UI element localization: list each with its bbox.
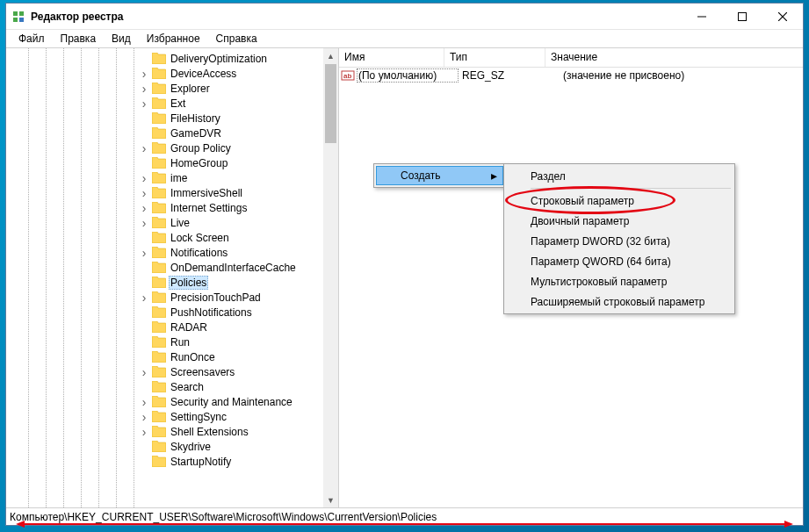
chevron-right-icon[interactable]: › <box>138 97 150 110</box>
tree-node-label: ime <box>169 172 189 184</box>
menu-help[interactable]: Справка <box>209 31 264 47</box>
chevron-right-icon[interactable]: › <box>138 202 150 214</box>
scroll-down-icon[interactable]: ▼ <box>323 492 338 507</box>
chevron-right-icon[interactable]: › <box>138 247 150 259</box>
submenu-item-dword[interactable]: Параметр DWORD (32 бита) <box>506 231 733 251</box>
context-item-create[interactable]: Создать ▸ <box>376 166 503 185</box>
tree-node[interactable]: ›SettingSync <box>6 409 323 424</box>
folder-icon <box>152 381 166 392</box>
maximize-button[interactable] <box>722 4 762 29</box>
chevron-right-icon[interactable]: › <box>138 187 150 199</box>
tree-node[interactable]: StartupNotify <box>6 454 323 469</box>
tree-node-label: Security and Maintenance <box>169 396 294 408</box>
chevron-right-icon[interactable]: › <box>138 426 150 438</box>
value-type: REG_SZ <box>459 69 560 82</box>
folder-icon <box>152 411 166 422</box>
chevron-right-icon[interactable]: › <box>138 83 150 95</box>
tree-node[interactable]: ›Internet Settings <box>6 200 323 215</box>
folder-icon <box>152 247 166 258</box>
close-button[interactable] <box>762 4 803 29</box>
tree-node-label: Group Policy <box>169 142 233 155</box>
chevron-right-icon[interactable]: › <box>138 396 150 408</box>
tree-node[interactable]: ›Security and Maintenance <box>6 394 323 409</box>
chevron-right-icon[interactable]: › <box>138 142 150 155</box>
tree-node-label: StartupNotify <box>169 456 233 468</box>
tree-node[interactable]: Lock Screen <box>6 230 323 245</box>
tree-node-label: Policies <box>169 276 208 290</box>
submenu-item-qword[interactable]: Параметр QWORD (64 бита) <box>506 251 733 271</box>
tree-node-label: PrecisionTouchPad <box>169 291 263 304</box>
submenu-item-binary[interactable]: Двоичный параметр <box>506 211 733 231</box>
submenu-item-expandstring[interactable]: Расширяемый строковый параметр <box>506 291 733 312</box>
tree-node[interactable]: Policies <box>6 275 323 290</box>
tree-node[interactable]: ›Shell Extensions <box>6 424 323 439</box>
values-header: Имя Тип Значение <box>339 48 803 68</box>
tree-node[interactable]: ›ImmersiveShell <box>6 185 323 200</box>
chevron-right-icon[interactable]: › <box>138 291 150 304</box>
tree-nodes: DeliveryOptimization›DeviceAccess›Explor… <box>6 51 323 469</box>
chevron-right-icon[interactable]: › <box>138 411 150 423</box>
tree-node-label: Screensavers <box>169 366 236 378</box>
expander-empty <box>138 262 150 274</box>
menu-view[interactable]: Вид <box>105 31 138 47</box>
value-row[interactable]: ab (По умолчанию) REG_SZ (значение не пр… <box>339 68 803 83</box>
tree-node-label: RunOnce <box>169 351 217 363</box>
tree-node[interactable]: OnDemandInterfaceCache <box>6 260 323 275</box>
expander-empty <box>138 112 150 125</box>
statusbar: Компьютер\HKEY_CURRENT_USER\Software\Mic… <box>6 507 803 525</box>
col-type-header[interactable]: Тип <box>444 48 545 67</box>
folder-icon <box>152 396 166 407</box>
tree-node[interactable]: FileHistory <box>6 111 323 126</box>
scroll-up-icon[interactable]: ▲ <box>323 48 338 63</box>
folder-icon <box>152 351 166 363</box>
submenu-item-multistring[interactable]: Мультистроковый параметр <box>506 271 733 291</box>
expander-empty <box>138 456 150 468</box>
col-name-header[interactable]: Имя <box>339 48 444 67</box>
tree-node[interactable]: ›Group Policy <box>6 140 323 155</box>
menu-file[interactable]: Файл <box>11 31 52 47</box>
folder-icon <box>152 456 166 467</box>
tree-pane: DeliveryOptimization›DeviceAccess›Explor… <box>6 48 339 507</box>
tree-node[interactable]: Skydrive <box>6 439 323 454</box>
tree-node[interactable]: GameDVR <box>6 126 323 140</box>
folder-icon <box>152 321 166 333</box>
tree-node-label: Run <box>169 336 191 349</box>
col-value-header[interactable]: Значение <box>545 48 803 67</box>
tree-node[interactable]: Run <box>6 334 323 349</box>
menu-edit[interactable]: Правка <box>54 31 104 47</box>
tree-node-label: Explorer <box>169 83 212 95</box>
scroll-thumb[interactable] <box>325 64 336 143</box>
tree-node[interactable]: ›Explorer <box>6 81 323 96</box>
tree-node[interactable]: ›Ext <box>6 96 323 111</box>
tree-node[interactable]: RADAR <box>6 320 323 334</box>
tree-node-label: DeliveryOptimization <box>169 53 269 65</box>
tree-node[interactable]: ›DeviceAccess <box>6 66 323 81</box>
chevron-right-icon[interactable]: › <box>138 68 150 80</box>
tree-node[interactable]: PushNotifications <box>6 305 323 320</box>
tree-node[interactable]: ›Notifications <box>6 245 323 260</box>
menu-favorites[interactable]: Избранное <box>140 31 207 47</box>
folder-icon <box>152 157 166 169</box>
chevron-right-icon[interactable]: › <box>138 217 150 229</box>
titlebar[interactable]: Редактор реестра <box>6 4 803 30</box>
svg-rect-3 <box>19 18 24 22</box>
tree-scrollbar[interactable]: ▲ ▼ <box>323 48 338 507</box>
folder-icon <box>152 187 166 198</box>
tree-node[interactable]: ›Screensavers <box>6 364 323 379</box>
submenu-item-key[interactable]: Раздел <box>506 166 733 186</box>
submenu-item-string[interactable]: Строковый параметр <box>506 191 733 211</box>
tree-node[interactable]: ›Live <box>6 215 323 230</box>
tree-node[interactable]: RunOnce <box>6 349 323 364</box>
chevron-right-icon[interactable]: › <box>138 366 150 378</box>
svg-rect-5 <box>739 12 747 20</box>
expander-empty <box>138 127 150 140</box>
minimize-button[interactable] <box>682 4 722 29</box>
chevron-right-icon[interactable]: › <box>138 172 150 184</box>
submenu-separator <box>531 188 731 189</box>
tree-node[interactable]: Search <box>6 379 323 394</box>
tree-node[interactable]: HomeGroup <box>6 155 323 170</box>
tree-node[interactable]: DeliveryOptimization <box>6 51 323 66</box>
tree-node[interactable]: ›ime <box>6 170 323 185</box>
tree-node[interactable]: ›PrecisionTouchPad <box>6 290 323 305</box>
tree-node-label: SettingSync <box>169 411 228 423</box>
